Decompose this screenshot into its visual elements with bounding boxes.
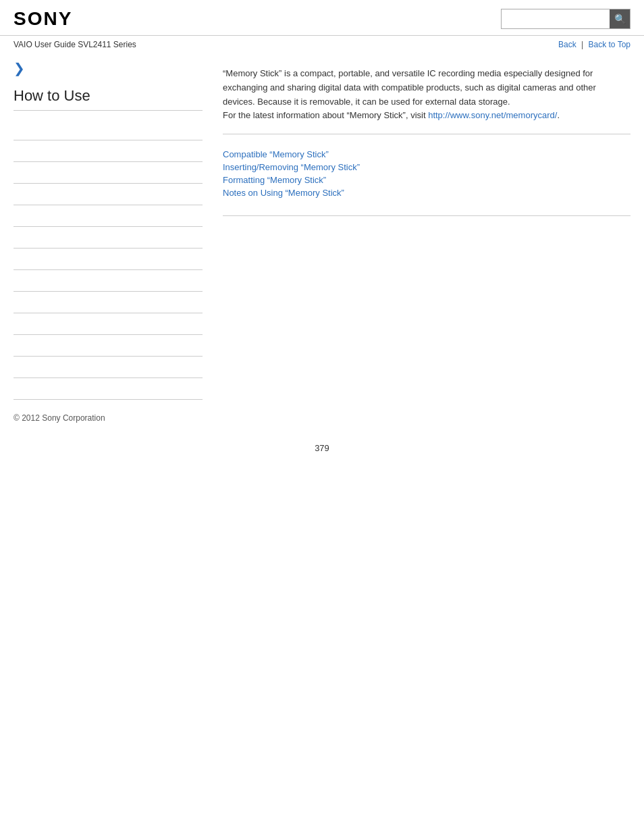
search-box: 🔍 bbox=[501, 9, 630, 29]
list-item bbox=[14, 140, 203, 162]
sidebar-nav-link[interactable] bbox=[14, 276, 16, 286]
sidebar-nav-link[interactable] bbox=[14, 190, 16, 199]
back-link[interactable]: Back bbox=[558, 40, 576, 49]
list-item bbox=[14, 270, 203, 292]
search-button[interactable]: 🔍 bbox=[610, 9, 630, 28]
list-item bbox=[14, 357, 203, 378]
list-item bbox=[14, 119, 203, 140]
sidebar: ❯ How to Use bbox=[14, 53, 216, 400]
topic-link-inserting[interactable]: Inserting/Removing “Memory Stick” bbox=[223, 162, 360, 172]
sidebar-title: How to Use bbox=[14, 87, 203, 111]
list-item bbox=[14, 205, 203, 227]
sidebar-nav bbox=[14, 119, 203, 400]
list-item bbox=[14, 378, 203, 400]
header: SONY 🔍 bbox=[0, 0, 644, 36]
main-content: ❯ How to Use “Memory Stick” is a compact… bbox=[0, 53, 644, 400]
list-item bbox=[14, 313, 203, 335]
sidebar-nav-link[interactable] bbox=[14, 363, 16, 372]
search-input[interactable] bbox=[502, 9, 610, 28]
list-item: Inserting/Removing “Memory Stick” bbox=[223, 162, 630, 172]
sidebar-nav-link[interactable] bbox=[14, 211, 16, 221]
sidebar-nav-link[interactable] bbox=[14, 168, 16, 178]
description-link-suffix: . bbox=[557, 110, 560, 120]
topic-link-compatible[interactable]: Compatible “Memory Stick” bbox=[223, 149, 329, 159]
back-to-top-link[interactable]: Back to Top bbox=[589, 40, 630, 49]
content-description: “Memory Stick” is a compact, portable, a… bbox=[223, 67, 630, 123]
description-text: “Memory Stick” is a compact, portable, a… bbox=[223, 68, 596, 107]
list-item: Formatting “Memory Stick” bbox=[223, 175, 630, 185]
list-item bbox=[14, 184, 203, 205]
topic-link-notes[interactable]: Notes on Using “Memory Stick” bbox=[223, 188, 344, 198]
copyright-text: © 2012 Sony Corporation bbox=[14, 413, 105, 423]
sidebar-nav-link[interactable] bbox=[14, 384, 16, 394]
chevron-icon: ❯ bbox=[14, 60, 203, 76]
sidebar-nav-link[interactable] bbox=[14, 298, 16, 307]
search-icon: 🔍 bbox=[614, 14, 626, 24]
content-area: “Memory Stick” is a compact, portable, a… bbox=[216, 53, 630, 400]
divider-top bbox=[223, 134, 630, 134]
divider-bottom bbox=[223, 215, 630, 216]
list-item bbox=[14, 335, 203, 357]
list-item bbox=[14, 162, 203, 184]
page-number: 379 bbox=[0, 429, 644, 467]
guide-title: VAIO User Guide SVL2411 Series bbox=[14, 40, 136, 49]
list-item: Compatible “Memory Stick” bbox=[223, 149, 630, 159]
sidebar-nav-link[interactable] bbox=[14, 147, 16, 156]
sidebar-nav-link[interactable] bbox=[14, 319, 16, 329]
description-link-prefix: For the latest information about “Memory… bbox=[223, 110, 428, 120]
list-item bbox=[14, 227, 203, 249]
sidebar-nav-link[interactable] bbox=[14, 233, 16, 242]
sony-logo: SONY bbox=[14, 8, 72, 30]
topic-links: Compatible “Memory Stick” Inserting/Remo… bbox=[223, 142, 630, 207]
breadcrumb-separator: | bbox=[581, 40, 583, 49]
list-item bbox=[14, 292, 203, 313]
sidebar-nav-link[interactable] bbox=[14, 125, 16, 134]
breadcrumb-bar: VAIO User Guide SVL2411 Series Back | Ba… bbox=[0, 36, 644, 53]
list-item: Notes on Using “Memory Stick” bbox=[223, 188, 630, 198]
sidebar-nav-link[interactable] bbox=[14, 341, 16, 350]
sidebar-nav-link[interactable] bbox=[14, 255, 16, 264]
topic-link-formatting[interactable]: Formatting “Memory Stick” bbox=[223, 175, 326, 185]
footer: © 2012 Sony Corporation bbox=[0, 400, 644, 429]
list-item bbox=[14, 249, 203, 270]
nav-links: Back | Back to Top bbox=[558, 40, 630, 49]
memory-stick-link[interactable]: http://www.sony.net/memorycard/ bbox=[428, 110, 557, 120]
